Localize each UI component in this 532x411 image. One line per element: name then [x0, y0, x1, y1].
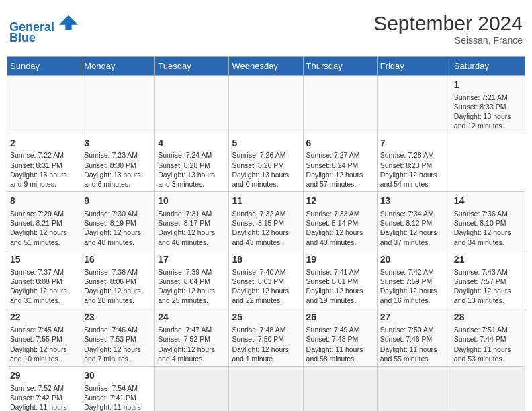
calendar-cell: 15Sunrise: 7:37 AMSunset: 8:08 PMDayligh…	[7, 250, 81, 308]
day-info: Sunrise: 7:47 AMSunset: 7:52 PMDaylight:…	[158, 325, 226, 363]
calendar-cell	[229, 76, 303, 134]
page-subtitle: Seissan, France	[373, 35, 523, 46]
day-info: Sunrise: 7:50 AMSunset: 7:46 PMDaylight:…	[380, 325, 448, 363]
day-info: Sunrise: 7:45 AMSunset: 7:55 PMDaylight:…	[10, 325, 78, 363]
day-info: Sunrise: 7:24 AMSunset: 8:28 PMDaylight:…	[158, 150, 226, 189]
calendar-week-4: 22Sunrise: 7:45 AMSunset: 7:55 PMDayligh…	[7, 308, 525, 367]
day-info: Sunrise: 7:28 AMSunset: 8:23 PMDaylight:…	[380, 150, 448, 189]
day-number: 1	[454, 79, 522, 91]
day-info: Sunrise: 7:26 AMSunset: 8:26 PMDaylight:…	[232, 150, 300, 189]
day-number: 30	[84, 369, 152, 382]
day-info: Sunrise: 7:42 AMSunset: 7:59 PMDaylight:…	[380, 267, 448, 306]
day-number: 22	[10, 311, 78, 324]
day-info: Sunrise: 7:34 AMSunset: 8:12 PMDaylight:…	[380, 209, 448, 247]
calendar-cell: 4Sunrise: 7:24 AMSunset: 8:28 PMDaylight…	[155, 134, 229, 192]
day-number: 19	[306, 253, 374, 266]
page-title: September 2024	[373, 12, 523, 35]
col-header-monday: Monday	[81, 57, 155, 76]
calendar-cell	[451, 366, 525, 411]
day-info: Sunrise: 7:46 AMSunset: 7:53 PMDaylight:…	[84, 325, 152, 363]
day-number: 6	[306, 137, 374, 150]
calendar-cell	[155, 366, 229, 411]
day-info: Sunrise: 7:49 AMSunset: 7:48 PMDaylight:…	[306, 325, 374, 363]
day-number: 9	[84, 195, 152, 208]
day-number: 18	[232, 253, 300, 266]
calendar-cell: 21Sunrise: 7:43 AMSunset: 7:57 PMDayligh…	[451, 250, 525, 308]
day-number: 29	[10, 369, 78, 382]
calendar-cell: 17Sunrise: 7:39 AMSunset: 8:04 PMDayligh…	[155, 250, 229, 308]
day-info: Sunrise: 7:41 AMSunset: 8:01 PMDaylight:…	[306, 267, 374, 306]
calendar-cell: 24Sunrise: 7:47 AMSunset: 7:52 PMDayligh…	[155, 308, 229, 367]
calendar-cell: 28Sunrise: 7:51 AMSunset: 7:44 PMDayligh…	[451, 308, 525, 367]
day-info: Sunrise: 7:39 AMSunset: 8:04 PMDaylight:…	[158, 267, 226, 306]
page-header: General Blue September 2024 Seissan, Fra…	[7, 7, 525, 51]
calendar-week-0: 1Sunrise: 7:21 AMSunset: 8:33 PMDaylight…	[7, 76, 525, 134]
calendar-cell: 3Sunrise: 7:23 AMSunset: 8:30 PMDaylight…	[81, 134, 155, 192]
calendar-cell	[303, 366, 377, 411]
day-info: Sunrise: 7:51 AMSunset: 7:44 PMDaylight:…	[454, 325, 522, 363]
day-info: Sunrise: 7:36 AMSunset: 8:10 PMDaylight:…	[454, 209, 522, 247]
day-number: 2	[10, 137, 78, 150]
calendar-week-1: 2Sunrise: 7:22 AMSunset: 8:31 PMDaylight…	[7, 134, 525, 192]
day-number: 10	[158, 195, 226, 208]
day-info: Sunrise: 7:38 AMSunset: 8:06 PMDaylight:…	[84, 267, 152, 306]
day-info: Sunrise: 7:29 AMSunset: 8:21 PMDaylight:…	[10, 209, 78, 247]
svg-marker-0	[59, 15, 78, 30]
day-info: Sunrise: 7:43 AMSunset: 7:57 PMDaylight:…	[454, 267, 522, 306]
calendar-cell: 9Sunrise: 7:30 AMSunset: 8:19 PMDaylight…	[81, 192, 155, 250]
calendar-cell: 30Sunrise: 7:54 AMSunset: 7:41 PMDayligh…	[81, 366, 155, 411]
calendar-cell: 22Sunrise: 7:45 AMSunset: 7:55 PMDayligh…	[7, 308, 81, 367]
calendar-cell: 19Sunrise: 7:41 AMSunset: 8:01 PMDayligh…	[303, 250, 377, 308]
calendar-cell: 16Sunrise: 7:38 AMSunset: 8:06 PMDayligh…	[81, 250, 155, 308]
calendar-cell: 13Sunrise: 7:34 AMSunset: 8:12 PMDayligh…	[377, 192, 451, 250]
col-header-wednesday: Wednesday	[229, 57, 303, 76]
calendar-cell: 26Sunrise: 7:49 AMSunset: 7:48 PMDayligh…	[303, 308, 377, 367]
day-number: 7	[380, 137, 448, 150]
day-number: 15	[10, 253, 78, 266]
day-info: Sunrise: 7:52 AMSunset: 7:42 PMDaylight:…	[10, 383, 78, 411]
day-info: Sunrise: 7:30 AMSunset: 8:19 PMDaylight:…	[84, 209, 152, 247]
title-block: September 2024 Seissan, France	[373, 12, 523, 46]
day-number: 4	[158, 137, 226, 150]
day-number: 23	[84, 311, 152, 324]
day-number: 21	[454, 253, 522, 266]
day-info: Sunrise: 7:32 AMSunset: 8:15 PMDaylight:…	[232, 209, 300, 247]
day-info: Sunrise: 7:40 AMSunset: 8:03 PMDaylight:…	[232, 267, 300, 306]
logo-icon	[59, 12, 78, 31]
calendar-cell	[155, 76, 229, 134]
day-info: Sunrise: 7:48 AMSunset: 7:50 PMDaylight:…	[232, 325, 300, 363]
calendar-cell: 1Sunrise: 7:21 AMSunset: 8:33 PMDaylight…	[451, 76, 525, 134]
calendar-cell: 29Sunrise: 7:52 AMSunset: 7:42 PMDayligh…	[7, 366, 81, 411]
calendar-cell: 11Sunrise: 7:32 AMSunset: 8:15 PMDayligh…	[229, 192, 303, 250]
calendar-cell: 18Sunrise: 7:40 AMSunset: 8:03 PMDayligh…	[229, 250, 303, 308]
calendar-week-5: 29Sunrise: 7:52 AMSunset: 7:42 PMDayligh…	[7, 366, 525, 411]
day-info: Sunrise: 7:23 AMSunset: 8:30 PMDaylight:…	[84, 150, 152, 189]
calendar-cell: 25Sunrise: 7:48 AMSunset: 7:50 PMDayligh…	[229, 308, 303, 367]
day-info: Sunrise: 7:33 AMSunset: 8:14 PMDaylight:…	[306, 209, 374, 247]
calendar-cell: 5Sunrise: 7:26 AMSunset: 8:26 PMDaylight…	[229, 134, 303, 192]
calendar-cell: 12Sunrise: 7:33 AMSunset: 8:14 PMDayligh…	[303, 192, 377, 250]
calendar-cell: 2Sunrise: 7:22 AMSunset: 8:31 PMDaylight…	[7, 134, 81, 192]
day-info: Sunrise: 7:54 AMSunset: 7:41 PMDaylight:…	[84, 383, 152, 411]
calendar-cell: 20Sunrise: 7:42 AMSunset: 7:59 PMDayligh…	[377, 250, 451, 308]
day-number: 14	[454, 195, 522, 208]
calendar-cell: 8Sunrise: 7:29 AMSunset: 8:21 PMDaylight…	[7, 192, 81, 250]
day-number: 3	[84, 137, 152, 150]
calendar-cell	[377, 76, 451, 134]
calendar-cell: 23Sunrise: 7:46 AMSunset: 7:53 PMDayligh…	[81, 308, 155, 367]
calendar-cell: 7Sunrise: 7:28 AMSunset: 8:23 PMDaylight…	[377, 134, 451, 192]
calendar-cell	[377, 366, 451, 411]
calendar-week-3: 15Sunrise: 7:37 AMSunset: 8:08 PMDayligh…	[7, 250, 525, 308]
day-number: 28	[454, 311, 522, 324]
day-number: 25	[232, 311, 300, 324]
day-number: 13	[380, 195, 448, 208]
day-info: Sunrise: 7:31 AMSunset: 8:17 PMDaylight:…	[158, 209, 226, 247]
calendar-cell	[303, 76, 377, 134]
calendar-cell	[7, 76, 81, 134]
logo: General Blue	[9, 12, 78, 45]
calendar-cell	[81, 76, 155, 134]
col-header-saturday: Saturday	[451, 57, 525, 76]
day-number: 26	[306, 311, 374, 324]
calendar-table: SundayMondayTuesdayWednesdayThursdayFrid…	[7, 56, 525, 411]
day-info: Sunrise: 7:37 AMSunset: 8:08 PMDaylight:…	[10, 267, 78, 306]
